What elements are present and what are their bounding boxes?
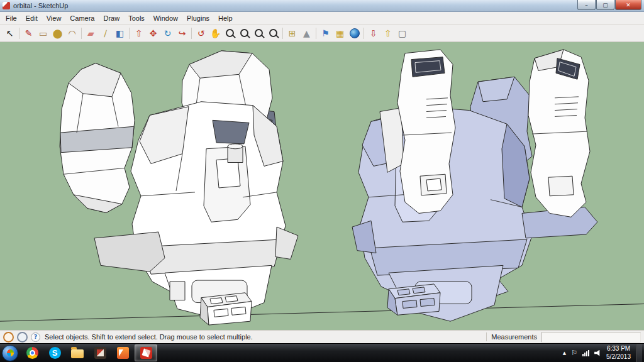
clock-date: 5/2/2013 bbox=[606, 353, 631, 361]
rotate-tool[interactable]: ↻ bbox=[160, 26, 175, 40]
get-current-view-tool[interactable]: ⊞ bbox=[285, 26, 299, 40]
toolbar-separator bbox=[81, 28, 82, 39]
follow-me-tool[interactable]: ↪ bbox=[175, 26, 189, 40]
menu-window[interactable]: Window bbox=[149, 13, 182, 23]
photo-app-icon bbox=[94, 347, 106, 359]
paint-bucket-tool[interactable]: ◧ bbox=[113, 26, 127, 40]
credit-icon[interactable] bbox=[17, 332, 28, 343]
get-models-tool-icon: ⇩ bbox=[370, 29, 377, 38]
select-tool[interactable]: ↖ bbox=[3, 26, 17, 40]
statusbar-divider bbox=[486, 332, 487, 341]
menu-file[interactable]: File bbox=[1, 13, 21, 23]
box-slot bbox=[420, 299, 435, 307]
taskbar-sketchup[interactable] bbox=[135, 344, 157, 361]
get-models-tool[interactable]: ⇩ bbox=[366, 26, 380, 40]
model-white-armor[interactable] bbox=[60, 51, 298, 320]
circle-tool[interactable]: ⬤ bbox=[50, 26, 65, 40]
toggle-terrain-tool[interactable]: ▲ bbox=[299, 26, 314, 40]
maximize-button[interactable]: ▢ bbox=[596, 0, 614, 10]
taskbar-pepakura[interactable] bbox=[112, 345, 133, 361]
viewport[interactable] bbox=[0, 42, 644, 330]
skype-icon bbox=[49, 347, 61, 359]
action-center-icon[interactable]: ⚐ bbox=[571, 349, 577, 357]
follow-me-tool-icon: ↪ bbox=[179, 29, 186, 38]
model-shaded-armor[interactable] bbox=[352, 50, 597, 321]
hidden-icons-button[interactable]: ▲ bbox=[563, 351, 566, 356]
box-tab bbox=[225, 296, 238, 302]
minimize-button[interactable]: – bbox=[577, 0, 596, 10]
pauldron-latch bbox=[548, 176, 574, 196]
red-axis-line bbox=[0, 304, 644, 322]
sketchup-icon bbox=[140, 347, 152, 359]
box-slot bbox=[402, 300, 417, 309]
push-pull-tool-icon: ⇧ bbox=[135, 29, 143, 38]
taskbar-apps bbox=[21, 344, 158, 361]
windows-logo-icon bbox=[6, 349, 14, 357]
model-small-part-shaded[interactable] bbox=[387, 284, 440, 315]
paint-bucket-tool-icon: ◧ bbox=[116, 29, 124, 38]
zoom-window-tool-icon bbox=[240, 29, 248, 37]
google-earth-tool[interactable] bbox=[347, 26, 362, 40]
clock[interactable]: 6:33 PM 5/2/2013 bbox=[606, 345, 631, 361]
menu-tools[interactable]: Tools bbox=[124, 13, 149, 23]
toolbar-separator bbox=[364, 28, 364, 39]
eraser-tool[interactable]: ▰ bbox=[84, 26, 98, 40]
window-controls: – ▢ ✕ bbox=[577, 0, 641, 10]
taskbar: ▲ ⚐ 6:33 PM 5/2/2013 bbox=[0, 343, 644, 362]
taskbar-chrome[interactable] bbox=[21, 345, 43, 361]
orbit-tool-icon: ↺ bbox=[197, 29, 205, 38]
add-location-tool[interactable]: ⚑ bbox=[318, 26, 333, 40]
menubar: FileEditViewCameraDrawToolsWindowPlugins… bbox=[0, 12, 644, 25]
taskbar-photo-app[interactable] bbox=[89, 345, 111, 361]
push-pull-tool[interactable]: ⇧ bbox=[131, 26, 146, 40]
line-tool-icon: ✎ bbox=[25, 29, 33, 38]
tape-measure-tool[interactable]: ∕ bbox=[98, 26, 113, 40]
geolocation-icon[interactable] bbox=[3, 332, 14, 343]
box-tab bbox=[413, 287, 425, 293]
start-button[interactable] bbox=[2, 345, 18, 361]
network-icon[interactable] bbox=[582, 349, 589, 356]
zoom-window-tool[interactable] bbox=[237, 26, 252, 40]
close-button[interactable]: ✕ bbox=[615, 0, 641, 10]
zoom-tool[interactable] bbox=[223, 26, 237, 40]
measurements-input[interactable] bbox=[541, 332, 641, 343]
line-tool[interactable]: ✎ bbox=[21, 26, 36, 40]
orbit-tool[interactable]: ↺ bbox=[194, 26, 208, 40]
rotate-tool-icon: ↻ bbox=[164, 29, 172, 38]
toolbar-separator bbox=[129, 28, 130, 39]
rectangle-tool[interactable]: ▭ bbox=[36, 26, 50, 40]
pan-tool[interactable]: ✋ bbox=[208, 26, 223, 40]
move-tool[interactable]: ✥ bbox=[146, 26, 160, 40]
toolbar-separator bbox=[191, 28, 192, 39]
arc-tool[interactable]: ◠ bbox=[65, 26, 79, 40]
arc-tool-icon: ◠ bbox=[68, 29, 75, 38]
sketchup-window: orbital - SketchUp – ▢ ✕ FileEditViewCam… bbox=[0, 0, 644, 362]
titlebar: orbital - SketchUp – ▢ ✕ bbox=[0, 0, 644, 12]
previous-view-tool[interactable] bbox=[266, 26, 280, 40]
toolbar-separator bbox=[316, 28, 316, 39]
menu-view[interactable]: View bbox=[42, 13, 66, 23]
model-small-part-white[interactable] bbox=[200, 293, 252, 325]
move-tool-icon: ✥ bbox=[150, 29, 157, 38]
share-model-tool[interactable]: ⇧ bbox=[380, 26, 395, 40]
chest-cylinder-top bbox=[228, 144, 243, 149]
box-slot bbox=[231, 307, 246, 315]
zoom-extents-tool[interactable] bbox=[252, 26, 266, 40]
toolbar-separator bbox=[19, 28, 19, 39]
menu-edit[interactable]: Edit bbox=[21, 13, 42, 23]
taskbar-skype[interactable] bbox=[44, 345, 65, 361]
taskbar-explorer[interactable] bbox=[67, 345, 88, 361]
menu-draw[interactable]: Draw bbox=[99, 13, 124, 23]
menu-camera[interactable]: Camera bbox=[65, 13, 99, 23]
explorer-icon bbox=[71, 349, 84, 358]
pepakura-icon bbox=[117, 347, 129, 359]
photo-textures-tool[interactable]: ▦ bbox=[333, 26, 347, 40]
volume-icon[interactable] bbox=[594, 350, 601, 356]
menu-plugins[interactable]: Plugins bbox=[182, 13, 214, 23]
tape-measure-tool-icon: ∕ bbox=[104, 29, 107, 38]
component-box-tool[interactable]: ▢ bbox=[395, 26, 409, 40]
menu-help[interactable]: Help bbox=[214, 13, 237, 23]
show-desktop-button[interactable] bbox=[636, 344, 642, 362]
help-icon[interactable]: ? bbox=[31, 332, 40, 342]
measurements-label: Measurements bbox=[491, 333, 537, 341]
